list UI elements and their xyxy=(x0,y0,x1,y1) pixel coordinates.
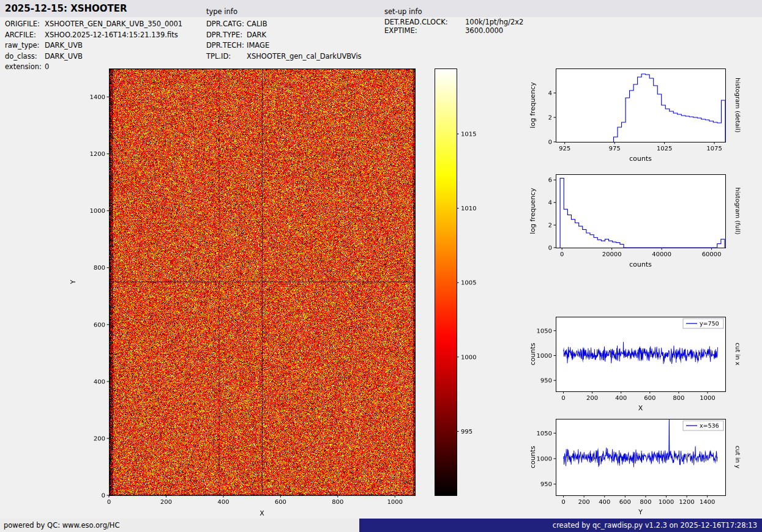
info-label: ORIGFILE: xyxy=(5,19,45,30)
setup-info-header: set-up info xyxy=(384,7,422,16)
info-label: do_class: xyxy=(5,51,45,62)
type-info-header: type info xyxy=(206,7,237,16)
info-label: EXPTIME: xyxy=(384,27,465,35)
info-label: ARCFILE: xyxy=(5,30,45,41)
info-label: DPR.CATG: xyxy=(206,19,247,30)
main-image-plot xyxy=(55,58,484,532)
footer-bar: powered by QC: www.eso.org/HC created by… xyxy=(0,519,762,532)
info-label: DPR.TYPE: xyxy=(206,30,247,41)
info-row: DPR.CATG:CALIB xyxy=(206,19,362,30)
cut-in-x-plot xyxy=(520,306,756,419)
footer-powered-by: powered by QC: www.eso.org/HC xyxy=(0,519,359,532)
page-title: 2025-12-15: XSHOOTER xyxy=(5,3,127,14)
footer-created-by: created by qc_rawdisp.py v1.2.3 on 2025-… xyxy=(359,519,762,532)
setup-info-block: DET.READ.CLOCK:100k/1pt/hg/2x2EXPTIME:36… xyxy=(384,18,523,35)
info-value: 100k/1pt/hg/2x2 xyxy=(465,18,523,27)
info-row: DPR.TYPE:DARK xyxy=(206,30,362,41)
info-label: raw_type: xyxy=(5,40,45,51)
info-label: DET.READ.CLOCK: xyxy=(384,18,465,27)
qc-report-page: 2025-12-15: XSHOOTER type info set-up in… xyxy=(0,0,762,532)
info-value: DARK xyxy=(247,30,266,41)
info-value: CALIB xyxy=(247,19,267,30)
info-value: XSHOO.2025-12-16T14:15:21.139.fits xyxy=(45,30,178,41)
info-label: extension: xyxy=(5,62,45,73)
info-value: 0 xyxy=(45,62,49,73)
info-row: DPR.TECH:IMAGE xyxy=(206,40,362,51)
info-label: DPR.TECH: xyxy=(206,40,247,51)
histogram-full-plot xyxy=(520,164,756,277)
info-value: DARK_UVB xyxy=(45,40,83,51)
cut-in-y-plot xyxy=(520,408,756,531)
type-info-block: DPR.CATG:CALIBDPR.TYPE:DARKDPR.TECH:IMAG… xyxy=(206,19,362,62)
info-value: XSHOOTER_GEN_DARK_UVB_350_0001 xyxy=(45,19,182,30)
info-row: EXPTIME:3600.0000 xyxy=(384,27,523,35)
info-row: raw_type:DARK_UVB xyxy=(5,40,182,51)
info-row: ARCFILE:XSHOO.2025-12-16T14:15:21.139.fi… xyxy=(5,30,182,41)
histogram-detail-plot xyxy=(520,58,756,171)
info-value: 3600.0000 xyxy=(465,27,503,35)
info-row: DET.READ.CLOCK:100k/1pt/hg/2x2 xyxy=(384,18,523,27)
info-row: ORIGFILE:XSHOOTER_GEN_DARK_UVB_350_0001 xyxy=(5,19,182,30)
info-value: IMAGE xyxy=(247,40,269,51)
